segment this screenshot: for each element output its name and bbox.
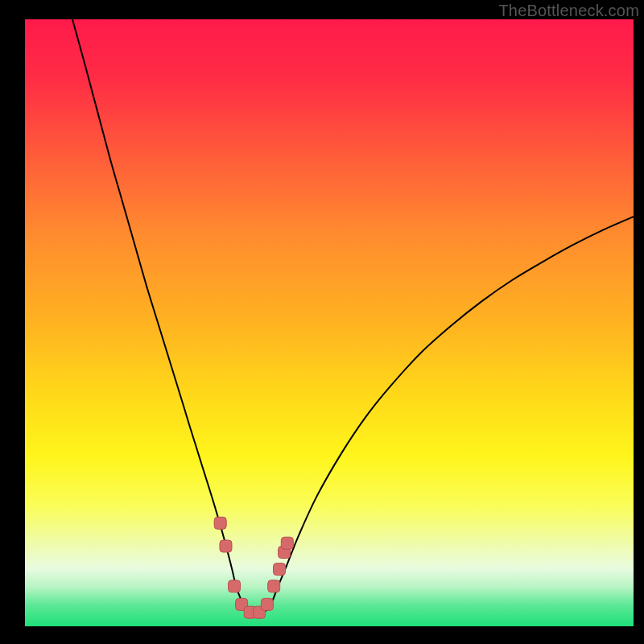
data-marker — [220, 540, 232, 552]
chart-outer-frame: TheBottleneck.com — [0, 0, 644, 644]
watermark-text: TheBottleneck.com — [498, 2, 639, 20]
gradient-background — [25, 19, 634, 626]
chart-svg — [25, 19, 634, 626]
chart-plot-area — [25, 19, 634, 626]
data-marker — [281, 537, 293, 549]
data-marker — [261, 598, 273, 610]
data-marker — [214, 517, 226, 529]
data-marker — [229, 580, 241, 592]
data-marker — [274, 564, 286, 576]
data-marker — [268, 580, 280, 592]
